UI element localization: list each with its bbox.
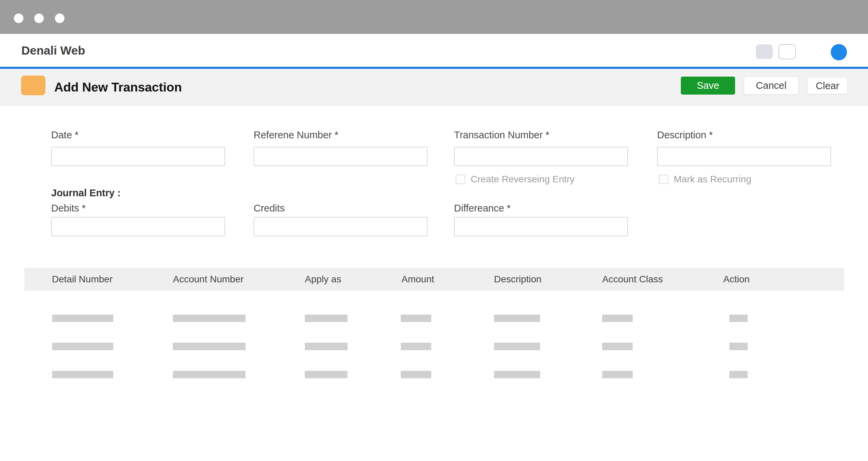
placeholder-bar: [52, 343, 113, 350]
window-dot-icon: [34, 14, 44, 23]
placeholder-bar: [52, 371, 113, 378]
table-row: [0, 315, 868, 322]
placeholder-bar: [602, 371, 633, 378]
placeholder-bar: [173, 371, 245, 378]
app-title: Denali Web: [21, 44, 85, 57]
filled-square-icon[interactable]: [756, 44, 773, 59]
cancel-button[interactable]: Cancel: [744, 77, 798, 95]
placeholder-bar: [305, 343, 348, 350]
placeholder-bar: [305, 371, 348, 378]
column-header-account-number: Account Number: [173, 274, 244, 285]
page-header: Add New Transaction Save Cancel Clear: [0, 69, 868, 106]
placeholder-bar: [729, 371, 748, 378]
transaction-number-label: Transaction Number *: [454, 129, 549, 141]
placeholder-bar: [602, 315, 633, 322]
reference-number-input[interactable]: [254, 147, 428, 166]
column-header-detail-number: Detail Number: [52, 274, 113, 285]
page-title: Add New Transaction: [54, 80, 182, 95]
placeholder-bar: [729, 315, 748, 322]
description-input[interactable]: [657, 147, 831, 166]
description-label: Description *: [657, 129, 713, 141]
screen: Denali Web Add New Transaction Save Canc…: [0, 0, 868, 461]
save-button[interactable]: Save: [681, 77, 735, 95]
table-row: [0, 371, 868, 378]
mark-as-recurring-option: Mark as Recurring: [659, 174, 751, 185]
window-dot-icon: [55, 14, 64, 23]
clear-button[interactable]: Clear: [807, 77, 848, 94]
journal-entry-heading: Journal Entry :: [51, 187, 121, 199]
orange-square-icon: [21, 76, 45, 95]
placeholder-bar: [173, 315, 245, 322]
placeholder-bar: [401, 371, 431, 378]
reference-number-label: Referene Number *: [254, 129, 338, 141]
column-header-description: Description: [494, 274, 541, 285]
column-header-amount: Amount: [401, 274, 434, 285]
date-label: Date *: [51, 129, 79, 141]
create-reversing-entry-checkbox[interactable]: [456, 175, 465, 184]
placeholder-bar: [173, 343, 245, 350]
outlined-square-icon[interactable]: [778, 44, 796, 59]
transaction-number-input[interactable]: [454, 147, 628, 166]
table-header: Detail Number Account Number Apply as Am…: [24, 268, 844, 291]
window-dot-icon: [14, 14, 23, 23]
debits-label: Debits *: [51, 203, 86, 214]
placeholder-bar: [729, 343, 748, 350]
mark-as-recurring-label: Mark as Recurring: [674, 174, 751, 185]
debits-input[interactable]: [51, 217, 225, 236]
create-reversing-entry-option: Create Reverseing Entry: [456, 174, 575, 185]
column-header-apply-as: Apply as: [305, 274, 341, 285]
credits-input[interactable]: [254, 217, 428, 236]
placeholder-bar: [494, 343, 540, 350]
placeholder-bar: [401, 315, 431, 322]
column-header-action: Action: [723, 274, 750, 285]
date-input[interactable]: [51, 147, 225, 166]
placeholder-bar: [305, 315, 348, 322]
placeholder-bar: [494, 371, 540, 378]
difference-label: Differeance *: [454, 203, 511, 214]
placeholder-bar: [52, 315, 113, 322]
placeholder-bar: [401, 343, 431, 350]
difference-input[interactable]: [454, 217, 628, 236]
user-avatar[interactable]: [831, 44, 847, 60]
create-reversing-entry-label: Create Reverseing Entry: [471, 174, 575, 185]
placeholder-bar: [494, 315, 540, 322]
credits-label: Credits: [254, 203, 285, 214]
placeholder-bar: [602, 343, 633, 350]
table-row: [0, 343, 868, 350]
mark-as-recurring-checkbox[interactable]: [659, 175, 668, 184]
app-bar: Denali Web: [0, 34, 868, 67]
browser-title-bar: [0, 0, 868, 34]
column-header-account-class: Account Class: [602, 274, 663, 285]
